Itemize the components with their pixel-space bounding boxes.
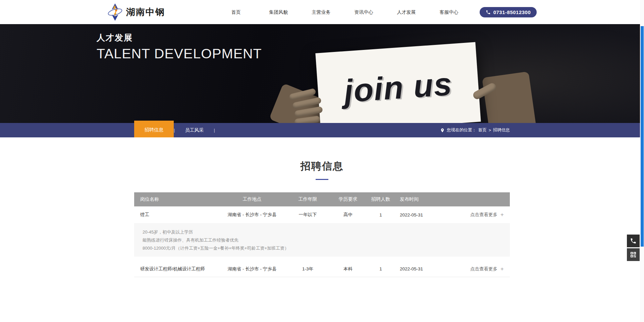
- col-header-publish-date: 发布时间: [396, 196, 446, 202]
- breadcrumb: 您现在的位置： 首页 > 招聘信息: [440, 127, 510, 133]
- page-title: 招聘信息: [0, 159, 644, 173]
- tab-separator: |: [214, 128, 215, 133]
- job-detail-line: 20-45岁，初中及以上学历: [143, 228, 510, 236]
- job-detail-line: 能熟练进行镗床操作、具有机加工工作经验者优先: [143, 236, 510, 244]
- nav-item-talent[interactable]: 人才发展: [385, 0, 428, 24]
- hero-banner: 人才发展 TALENT DEVELOPMENT join us: [0, 24, 644, 123]
- breadcrumb-home-link[interactable]: 首页: [478, 127, 487, 133]
- cell-location: 湖南省 - 长沙市 - 宁乡县: [219, 212, 285, 218]
- col-header-headcount: 招聘人数: [366, 196, 396, 202]
- view-more-button[interactable]: 点击查看更多: [470, 266, 497, 271]
- job-details-panel: 20-45岁，初中及以上学历 能熟练进行镗床操作、具有机加工工作经验者优先 80…: [134, 223, 510, 257]
- nav-item-home[interactable]: 首页: [215, 0, 257, 24]
- plus-icon[interactable]: +: [500, 266, 504, 272]
- phone-button[interactable]: 0731-85012300: [480, 7, 537, 17]
- location-pin-icon: [440, 128, 445, 133]
- cell-publish-date: 2022-05-31: [396, 266, 446, 271]
- main-content: 招聘信息 岗位名称 工作地点 工作年限 学历要求 招聘人数 发布时间 镗工 湖南…: [0, 137, 644, 277]
- cell-experience: 1-3年: [285, 266, 330, 272]
- join-us-poster: join us: [315, 42, 481, 123]
- scrollbar-thumb[interactable]: [641, 26, 644, 247]
- nav-item-service-center[interactable]: 客服中心: [428, 0, 470, 24]
- table-row: 镗工 湖南省 - 长沙市 - 宁乡县 一年以下 高中 1 2022-05-31 …: [134, 206, 510, 223]
- poster-text: join us: [343, 65, 453, 110]
- cell-position: 镗工: [134, 212, 219, 218]
- logo-text: 湖南中钢: [126, 6, 165, 18]
- banner-text: 人才发展 TALENT DEVELOPMENT: [97, 32, 262, 62]
- table-header-row: 岗位名称 工作地点 工作年限 学历要求 招聘人数 发布时间: [134, 192, 510, 206]
- col-header-location: 工作地点: [219, 196, 285, 202]
- main-nav: 首页 集团风貌 主营业务 资讯中心 人才发展 客服中心: [215, 0, 470, 24]
- plus-icon[interactable]: +: [500, 211, 504, 218]
- cell-experience: 一年以下: [285, 212, 330, 218]
- top-navbar: 湖南中钢 首页 集团风貌 主营业务 资讯中心 人才发展 客服中心 0731-85…: [0, 0, 644, 24]
- subnav-bar: 招聘信息 | 员工风采 | 您现在的位置： 首页 > 招聘信息: [0, 123, 644, 137]
- cell-location: 湖南省 - 长沙市 - 宁乡县: [219, 266, 285, 272]
- logo-icon: [107, 3, 123, 21]
- nav-item-news-center[interactable]: 资讯中心: [342, 0, 385, 24]
- cell-position: 研发设计工程师/机械设计工程师: [134, 266, 219, 272]
- breadcrumb-current: 招聘信息: [493, 127, 510, 133]
- qrcode-icon: [630, 251, 637, 258]
- col-header-position: 岗位名称: [134, 196, 219, 202]
- banner-title-cn: 人才发展: [97, 32, 262, 43]
- col-header-education: 学历要求: [330, 196, 366, 202]
- table-row: 研发设计工程师/机械设计工程师 湖南省 - 长沙市 - 宁乡县 1-3年 本科 …: [134, 261, 510, 277]
- job-detail-line: 8000-12000元/月（计件工资+五险一金+餐补+年终奖+司龄工资+加班工资…: [143, 244, 510, 252]
- nav-item-group-profile[interactable]: 集团风貌: [257, 0, 300, 24]
- breadcrumb-arrow: >: [489, 128, 491, 133]
- nav-item-main-business[interactable]: 主营业务: [300, 0, 342, 24]
- floating-phone-button[interactable]: [627, 235, 640, 247]
- floating-qrcode-button[interactable]: [627, 248, 640, 261]
- cell-education: 本科: [330, 266, 366, 272]
- cell-education: 高中: [330, 212, 366, 218]
- recruitment-table: 岗位名称 工作地点 工作年限 学历要求 招聘人数 发布时间 镗工 湖南省 - 长…: [134, 192, 510, 277]
- cell-publish-date: 2022-05-31: [396, 212, 446, 217]
- phone-icon: [486, 10, 491, 15]
- col-header-experience: 工作年限: [285, 196, 330, 202]
- logo[interactable]: 湖南中钢: [107, 3, 165, 21]
- tab-recruitment-info[interactable]: 招聘信息: [134, 121, 174, 137]
- title-underline: [316, 179, 328, 180]
- scrollbar-track[interactable]: [640, 0, 644, 322]
- breadcrumb-prefix: 您现在的位置：: [447, 127, 476, 133]
- tab-staff-style[interactable]: 员工风采: [175, 123, 214, 137]
- cell-headcount: 1: [366, 266, 396, 271]
- phone-number: 0731-85012300: [493, 9, 531, 15]
- banner-title-en: TALENT DEVELOPMENT: [97, 46, 262, 62]
- cell-headcount: 1: [366, 212, 396, 217]
- right-hand: [482, 71, 536, 123]
- phone-icon: [630, 238, 637, 244]
- view-more-button[interactable]: 点击查看更多: [470, 212, 497, 217]
